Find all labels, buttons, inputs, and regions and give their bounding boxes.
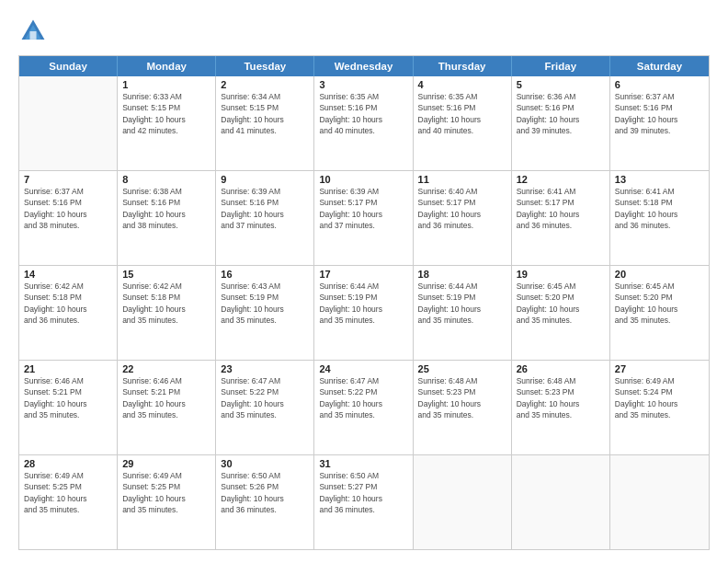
day-number: 22 [122, 363, 210, 374]
calendar-row-1: 7Sunrise: 6:37 AM Sunset: 5:16 PM Daylig… [19, 171, 709, 266]
cell-info: Sunrise: 6:44 AM Sunset: 5:19 PM Dayligh… [319, 281, 407, 326]
cell-info: Sunrise: 6:35 AM Sunset: 5:16 PM Dayligh… [418, 91, 506, 136]
day-number: 14 [24, 269, 112, 280]
cell-info: Sunrise: 6:45 AM Sunset: 5:20 PM Dayligh… [615, 281, 704, 326]
day-number: 17 [319, 269, 407, 280]
day-number: 27 [615, 363, 704, 374]
cell-info: Sunrise: 6:49 AM Sunset: 5:25 PM Dayligh… [24, 470, 112, 515]
calendar-cell: 13Sunrise: 6:41 AM Sunset: 5:18 PM Dayli… [610, 171, 709, 265]
cell-info: Sunrise: 6:46 AM Sunset: 5:21 PM Dayligh… [24, 375, 112, 420]
cell-info: Sunrise: 6:38 AM Sunset: 5:16 PM Dayligh… [122, 186, 210, 231]
cell-info: Sunrise: 6:48 AM Sunset: 5:23 PM Dayligh… [418, 375, 506, 420]
day-number: 28 [24, 458, 112, 469]
calendar-cell [512, 455, 610, 549]
calendar-cell: 18Sunrise: 6:44 AM Sunset: 5:19 PM Dayli… [414, 266, 512, 360]
calendar-cell: 4Sunrise: 6:35 AM Sunset: 5:16 PM Daylig… [414, 76, 512, 170]
calendar-row-2: 14Sunrise: 6:42 AM Sunset: 5:18 PM Dayli… [19, 266, 709, 361]
calendar-cell [610, 455, 709, 549]
calendar-cell: 19Sunrise: 6:45 AM Sunset: 5:20 PM Dayli… [512, 266, 610, 360]
cell-info: Sunrise: 6:45 AM Sunset: 5:20 PM Dayligh… [517, 281, 605, 326]
day-number: 6 [615, 79, 704, 90]
day-number: 18 [418, 269, 506, 280]
calendar: SundayMondayTuesdayWednesdayThursdayFrid… [18, 55, 710, 550]
header [18, 17, 710, 46]
day-number: 4 [418, 79, 506, 90]
calendar-cell: 8Sunrise: 6:38 AM Sunset: 5:16 PM Daylig… [118, 171, 216, 265]
day-number: 10 [319, 174, 407, 185]
cell-info: Sunrise: 6:50 AM Sunset: 5:27 PM Dayligh… [319, 470, 407, 515]
cell-info: Sunrise: 6:37 AM Sunset: 5:16 PM Dayligh… [615, 91, 704, 136]
day-number: 26 [517, 363, 605, 374]
day-number: 3 [319, 79, 407, 90]
calendar-cell [414, 455, 512, 549]
day-number: 31 [319, 458, 407, 469]
calendar-cell: 2Sunrise: 6:34 AM Sunset: 5:15 PM Daylig… [216, 76, 314, 170]
cell-info: Sunrise: 6:47 AM Sunset: 5:22 PM Dayligh… [319, 375, 407, 420]
cell-info: Sunrise: 6:43 AM Sunset: 5:19 PM Dayligh… [221, 281, 309, 326]
day-number: 7 [24, 174, 112, 185]
calendar-cell: 24Sunrise: 6:47 AM Sunset: 5:22 PM Dayli… [314, 361, 413, 454]
cell-info: Sunrise: 6:44 AM Sunset: 5:19 PM Dayligh… [418, 281, 506, 326]
calendar-row-4: 28Sunrise: 6:49 AM Sunset: 5:25 PM Dayli… [19, 455, 709, 549]
cell-info: Sunrise: 6:39 AM Sunset: 5:17 PM Dayligh… [319, 186, 407, 231]
cell-info: Sunrise: 6:49 AM Sunset: 5:25 PM Dayligh… [122, 470, 210, 515]
cell-info: Sunrise: 6:46 AM Sunset: 5:21 PM Dayligh… [122, 375, 210, 420]
day-number: 15 [122, 269, 210, 280]
calendar-cell: 3Sunrise: 6:35 AM Sunset: 5:16 PM Daylig… [314, 76, 413, 170]
cell-info: Sunrise: 6:37 AM Sunset: 5:16 PM Dayligh… [24, 186, 112, 231]
cell-info: Sunrise: 6:41 AM Sunset: 5:18 PM Dayligh… [615, 186, 704, 231]
calendar-cell: 28Sunrise: 6:49 AM Sunset: 5:25 PM Dayli… [19, 455, 118, 549]
calendar-cell: 31Sunrise: 6:50 AM Sunset: 5:27 PM Dayli… [314, 455, 413, 549]
cell-info: Sunrise: 6:41 AM Sunset: 5:17 PM Dayligh… [517, 186, 605, 231]
day-number: 5 [517, 79, 605, 90]
header-cell-tuesday: Tuesday [216, 56, 314, 76]
calendar-cell: 10Sunrise: 6:39 AM Sunset: 5:17 PM Dayli… [314, 171, 413, 265]
calendar-cell: 16Sunrise: 6:43 AM Sunset: 5:19 PM Dayli… [216, 266, 314, 360]
calendar-cell: 17Sunrise: 6:44 AM Sunset: 5:19 PM Dayli… [314, 266, 413, 360]
calendar-cell: 11Sunrise: 6:40 AM Sunset: 5:17 PM Dayli… [414, 171, 512, 265]
day-number: 21 [24, 363, 112, 374]
day-number: 2 [221, 79, 309, 90]
day-number: 25 [418, 363, 506, 374]
cell-info: Sunrise: 6:50 AM Sunset: 5:26 PM Dayligh… [221, 470, 309, 515]
cell-info: Sunrise: 6:47 AM Sunset: 5:22 PM Dayligh… [221, 375, 309, 420]
calendar-header-row: SundayMondayTuesdayWednesdayThursdayFrid… [19, 56, 709, 76]
header-cell-sunday: Sunday [19, 56, 118, 76]
cell-info: Sunrise: 6:48 AM Sunset: 5:23 PM Dayligh… [517, 375, 605, 420]
header-cell-thursday: Thursday [414, 56, 512, 76]
header-cell-friday: Friday [512, 56, 610, 76]
calendar-cell: 6Sunrise: 6:37 AM Sunset: 5:16 PM Daylig… [610, 76, 709, 170]
calendar-cell: 7Sunrise: 6:37 AM Sunset: 5:16 PM Daylig… [19, 171, 118, 265]
calendar-cell [19, 76, 118, 170]
header-cell-wednesday: Wednesday [314, 56, 413, 76]
day-number: 20 [615, 269, 704, 280]
header-cell-saturday: Saturday [610, 56, 709, 76]
day-number: 9 [221, 174, 309, 185]
calendar-row-0: 1Sunrise: 6:33 AM Sunset: 5:15 PM Daylig… [19, 76, 709, 171]
day-number: 29 [122, 458, 210, 469]
calendar-cell: 23Sunrise: 6:47 AM Sunset: 5:22 PM Dayli… [216, 361, 314, 454]
cell-info: Sunrise: 6:35 AM Sunset: 5:16 PM Dayligh… [319, 91, 407, 136]
calendar-cell: 30Sunrise: 6:50 AM Sunset: 5:26 PM Dayli… [216, 455, 314, 549]
calendar-cell: 15Sunrise: 6:42 AM Sunset: 5:18 PM Dayli… [118, 266, 216, 360]
calendar-cell: 27Sunrise: 6:49 AM Sunset: 5:24 PM Dayli… [610, 361, 709, 454]
day-number: 19 [517, 269, 605, 280]
calendar-cell: 1Sunrise: 6:33 AM Sunset: 5:15 PM Daylig… [118, 76, 216, 170]
day-number: 23 [221, 363, 309, 374]
day-number: 16 [221, 269, 309, 280]
day-number: 1 [122, 79, 210, 90]
day-number: 11 [418, 174, 506, 185]
day-number: 8 [122, 174, 210, 185]
calendar-cell: 9Sunrise: 6:39 AM Sunset: 5:16 PM Daylig… [216, 171, 314, 265]
cell-info: Sunrise: 6:49 AM Sunset: 5:24 PM Dayligh… [615, 375, 704, 420]
logo-icon [18, 17, 48, 46]
calendar-cell: 29Sunrise: 6:49 AM Sunset: 5:25 PM Dayli… [118, 455, 216, 549]
cell-info: Sunrise: 6:42 AM Sunset: 5:18 PM Dayligh… [122, 281, 210, 326]
calendar-cell: 5Sunrise: 6:36 AM Sunset: 5:16 PM Daylig… [512, 76, 610, 170]
day-number: 13 [615, 174, 704, 185]
cell-info: Sunrise: 6:34 AM Sunset: 5:15 PM Dayligh… [221, 91, 309, 136]
page: SundayMondayTuesdayWednesdayThursdayFrid… [0, 0, 728, 563]
calendar-cell: 25Sunrise: 6:48 AM Sunset: 5:23 PM Dayli… [414, 361, 512, 454]
calendar-cell: 20Sunrise: 6:45 AM Sunset: 5:20 PM Dayli… [610, 266, 709, 360]
svg-rect-2 [29, 31, 36, 40]
